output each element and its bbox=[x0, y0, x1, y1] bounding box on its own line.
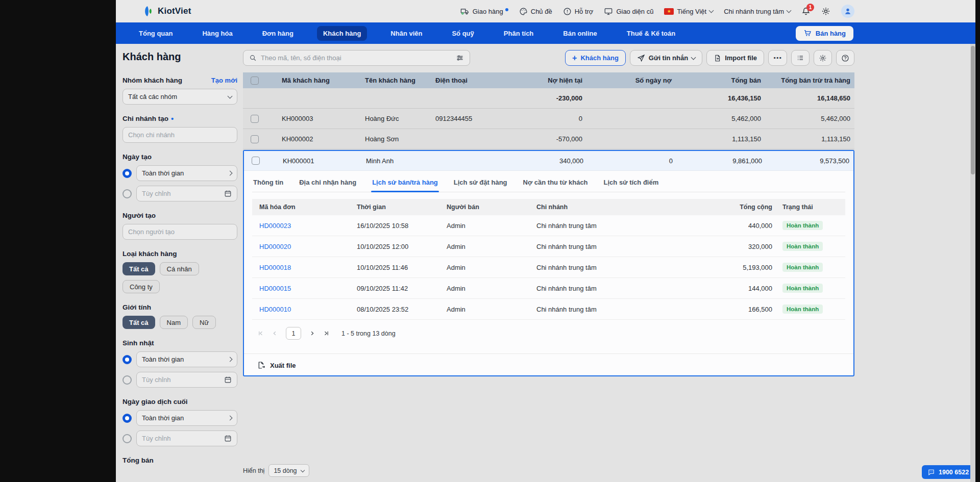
tab-no-can-thu[interactable]: Nợ cần thu từ khách bbox=[522, 173, 589, 192]
notifications-button[interactable]: 1 bbox=[801, 7, 811, 16]
radio-unselected[interactable] bbox=[122, 375, 132, 385]
invoice-row[interactable]: HD000023 16/10/2025 10:58 Admin Chi nhán… bbox=[252, 215, 845, 236]
tab-lich-su-dat-hang[interactable]: Lịch sử đặt hàng bbox=[453, 173, 508, 192]
filter-branch-label: Chi nhánh tạo • bbox=[122, 115, 237, 122]
invoice-link[interactable]: HD000015 bbox=[252, 285, 349, 292]
radio-selected[interactable] bbox=[122, 355, 132, 364]
label-text: Giới tính bbox=[122, 303, 151, 311]
import-file-button[interactable]: Import file bbox=[706, 50, 764, 66]
last-transaction-custom-input[interactable]: Tùy chỉnh bbox=[136, 430, 237, 446]
nav-so-quy[interactable]: Sổ quỹ bbox=[446, 26, 480, 41]
radio-unselected[interactable] bbox=[122, 434, 132, 443]
select-all-checkbox[interactable] bbox=[251, 77, 259, 85]
menu-giao-dien-cu[interactable]: Giao diện cũ bbox=[604, 7, 653, 16]
menu-label: Giao diện cũ bbox=[616, 8, 653, 15]
page-size-select[interactable]: 15 dòng bbox=[268, 464, 309, 477]
invoice-link[interactable]: HD000023 bbox=[252, 222, 349, 230]
row-checkbox[interactable] bbox=[251, 115, 259, 123]
customer-debt: 0 bbox=[502, 115, 586, 122]
select-value: Toàn thời gian bbox=[142, 356, 184, 363]
invoice-link[interactable]: HD000010 bbox=[252, 306, 349, 313]
nav-don-hang[interactable]: Đơn hàng bbox=[256, 26, 300, 41]
notification-dot bbox=[505, 8, 508, 11]
tab-lich-su-ban-tra-hang[interactable]: Lịch sử bán/trả hàng bbox=[371, 173, 439, 192]
expanded-customer-row[interactable]: KH000001 Minh Anh 340,000 0 9,861,000 9,… bbox=[244, 151, 853, 171]
search-box[interactable]: Theo mã, tên, số điện thoại bbox=[243, 50, 470, 66]
chip-gender-male[interactable]: Nam bbox=[160, 316, 188, 329]
user-avatar[interactable] bbox=[841, 5, 854, 18]
customer-row[interactable]: KH000002 Hoàng Sơn -570,000 1,113,150 1,… bbox=[243, 129, 854, 149]
nav-phan-tich[interactable]: Phân tích bbox=[498, 26, 540, 41]
nav-khach-hang[interactable]: Khách hàng bbox=[317, 26, 367, 41]
nav-tong-quan[interactable]: Tổng quan bbox=[133, 26, 179, 41]
created-date-alltime-select[interactable]: Toàn thời gian bbox=[136, 165, 237, 181]
birthday-custom-input[interactable]: Tùy chỉnh bbox=[136, 372, 237, 388]
last-transaction-alltime-select[interactable]: Toàn thời gian bbox=[136, 410, 237, 426]
hotline-button[interactable]: 1900 6522 bbox=[922, 465, 974, 479]
help-button[interactable] bbox=[836, 50, 854, 66]
invoice-row[interactable]: HD000020 10/10/2025 12:00 Admin Chi nhán… bbox=[252, 236, 845, 257]
creator-input[interactable]: Chọn người tạo bbox=[122, 224, 237, 240]
kiotviet-logo[interactable]: KiotViet bbox=[143, 5, 191, 17]
chip-gender-all[interactable]: Tất cả bbox=[122, 316, 155, 329]
chip-gender-female[interactable]: Nữ bbox=[192, 316, 216, 329]
invoice-link[interactable]: HD000018 bbox=[252, 264, 349, 271]
branch-input[interactable]: Chọn chi nhánh bbox=[122, 127, 237, 143]
nav-ban-online[interactable]: Bán online bbox=[557, 26, 603, 41]
scrollbar-thumb[interactable] bbox=[971, 46, 975, 174]
invoice-row[interactable]: HD000010 08/10/2025 23:52 Admin Chi nhán… bbox=[252, 299, 845, 320]
page-number-input[interactable]: 1 bbox=[286, 327, 301, 340]
radio-selected[interactable] bbox=[122, 414, 132, 423]
create-group-link[interactable]: Tạo mới bbox=[211, 77, 237, 84]
nav-thue-ke-toan[interactable]: Thuế & Kế toán bbox=[621, 26, 681, 41]
birthday-alltime-select[interactable]: Toàn thời gian bbox=[136, 351, 237, 367]
customer-total: 5,462,000 bbox=[673, 115, 765, 122]
created-date-custom-row: Tùy chỉnh bbox=[122, 186, 237, 201]
invoice-row[interactable]: HD000015 09/10/2025 11:42 Admin Chi nhán… bbox=[252, 278, 845, 299]
last-page-button[interactable] bbox=[323, 330, 330, 337]
invoice-row[interactable]: HD000018 10/10/2025 11:46 Admin Chi nhán… bbox=[252, 257, 845, 278]
row-checkbox[interactable] bbox=[251, 135, 259, 143]
menu-ho-tro[interactable]: Hỗ trợ bbox=[563, 7, 594, 16]
send-message-button[interactable]: Gửi tin nhắn bbox=[630, 50, 702, 66]
chip-type-company[interactable]: Công ty bbox=[122, 280, 160, 293]
prev-page-button[interactable] bbox=[272, 330, 278, 337]
tab-lich-su-tich-diem[interactable]: Lịch sử tích điểm bbox=[603, 173, 660, 192]
export-file-label: Xuất file bbox=[270, 362, 296, 369]
chip-type-personal[interactable]: Cá nhân bbox=[160, 262, 199, 275]
branch-selector[interactable]: Chi nhánh trung tâm bbox=[724, 8, 791, 15]
first-page-button[interactable] bbox=[257, 330, 264, 337]
type-chips-row2: Công ty bbox=[122, 280, 237, 293]
import-file-icon bbox=[714, 54, 721, 62]
menu-chu-de[interactable]: Chủ đề bbox=[519, 7, 552, 16]
settings-button[interactable] bbox=[821, 7, 830, 16]
customer-row[interactable]: KH000003 Hoàng Đức 0912344455 0 5,462,00… bbox=[243, 109, 854, 129]
invoice-status: Hoàn thành bbox=[775, 305, 845, 314]
column-settings-button[interactable] bbox=[791, 50, 810, 66]
more-actions-button[interactable]: ⋯ bbox=[768, 50, 787, 66]
nav-hang-hoa[interactable]: Hàng hóa bbox=[196, 26, 238, 41]
created-date-custom-input[interactable]: Tùy chỉnh bbox=[136, 186, 237, 201]
customer-detail-panel: KH000001 Minh Anh 340,000 0 9,861,000 9,… bbox=[243, 150, 854, 376]
chip-type-all[interactable]: Tất cả bbox=[122, 262, 155, 275]
table-settings-button[interactable] bbox=[814, 50, 832, 66]
sell-button[interactable]: Bán hàng bbox=[796, 26, 853, 41]
tab-dia-chi-nhan-hang[interactable]: Địa chỉ nhận hàng bbox=[298, 173, 357, 192]
export-file-button[interactable]: Xuất file bbox=[257, 361, 845, 369]
menu-giao-hang[interactable]: Giao hàng bbox=[460, 7, 508, 16]
vertical-scrollbar[interactable] bbox=[970, 44, 975, 482]
next-page-button[interactable] bbox=[309, 330, 315, 337]
row-checkbox[interactable] bbox=[252, 157, 260, 165]
radio-unselected[interactable] bbox=[122, 189, 132, 198]
customer-group-select[interactable]: Tất cả các nhóm bbox=[122, 89, 237, 105]
radio-selected[interactable] bbox=[122, 169, 132, 178]
filter-sliders-icon[interactable] bbox=[456, 54, 464, 62]
chat-bubble-icon bbox=[927, 469, 935, 476]
language-selector[interactable]: ★ Tiếng Việt bbox=[664, 8, 713, 15]
status-badge: Hoàn thành bbox=[782, 221, 823, 230]
tab-thong-tin[interactable]: Thông tin bbox=[252, 173, 284, 192]
invoice-link[interactable]: HD000020 bbox=[252, 243, 349, 250]
add-customer-button[interactable]: + Khách hàng bbox=[565, 50, 626, 66]
nav-nhan-vien[interactable]: Nhân viên bbox=[384, 26, 428, 41]
label-text: Tổng bán bbox=[122, 456, 154, 464]
